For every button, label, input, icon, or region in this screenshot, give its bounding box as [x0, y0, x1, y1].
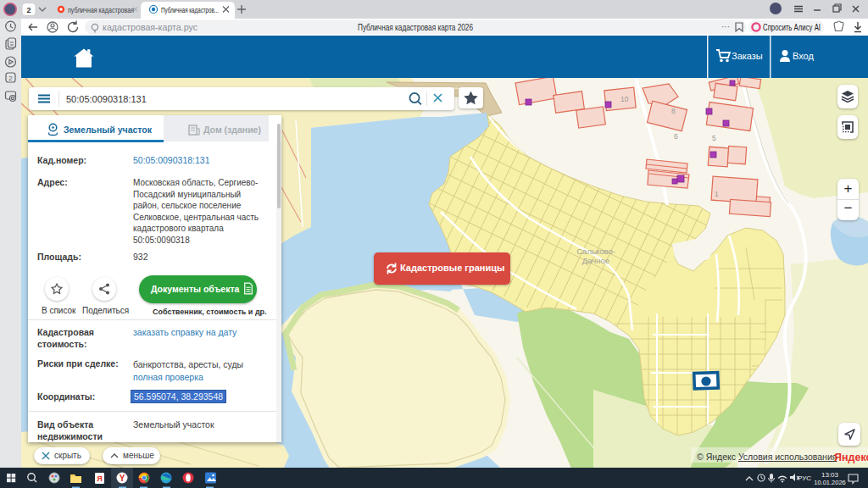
svg-text:···: ···: [721, 22, 730, 31]
svg-text:Y: Y: [120, 474, 125, 483]
svg-text:2: 2: [8, 75, 13, 82]
svg-text:50:05:0090318:131: 50:05:0090318:131: [66, 94, 147, 104]
svg-text:Вход: Вход: [793, 51, 814, 61]
svg-text:публичная кадастровая: публичная кадастровая: [68, 5, 134, 14]
svg-text:Спросить Алису AI: Спросить Алису AI: [763, 22, 821, 32]
svg-text:РУС: РУС: [798, 474, 811, 482]
svg-text:Сальково-: Сальково-: [576, 247, 615, 256]
svg-text:1: 1: [715, 190, 719, 198]
svg-text:6: 6: [674, 132, 678, 141]
svg-text:Публичная кадастровая карта 20: Публичная кадастровая карта 2026: [358, 22, 473, 32]
svg-text:10: 10: [620, 95, 629, 103]
svg-text:Заказы: Заказы: [732, 51, 763, 61]
svg-text:Дачное: Дачное: [582, 256, 609, 265]
svg-text:© Яндекс Условия использования: © Яндекс Условия использования: [697, 452, 837, 462]
svg-text:13:03: 13:03: [821, 471, 839, 479]
svg-text:10.01.2026: 10.01.2026: [814, 479, 846, 486]
svg-text:кадастровая-карта.рус: кадастровая-карта.рус: [103, 22, 198, 32]
svg-text:Я: Я: [97, 474, 102, 483]
svg-text:Публичная кадастров...: Публичная кадастров...: [161, 5, 219, 14]
svg-text:5: 5: [712, 134, 716, 142]
svg-text:2: 2: [26, 6, 31, 14]
svg-text:8: 8: [671, 107, 676, 115]
svg-text:Яндекс: Яндекс: [834, 452, 868, 463]
